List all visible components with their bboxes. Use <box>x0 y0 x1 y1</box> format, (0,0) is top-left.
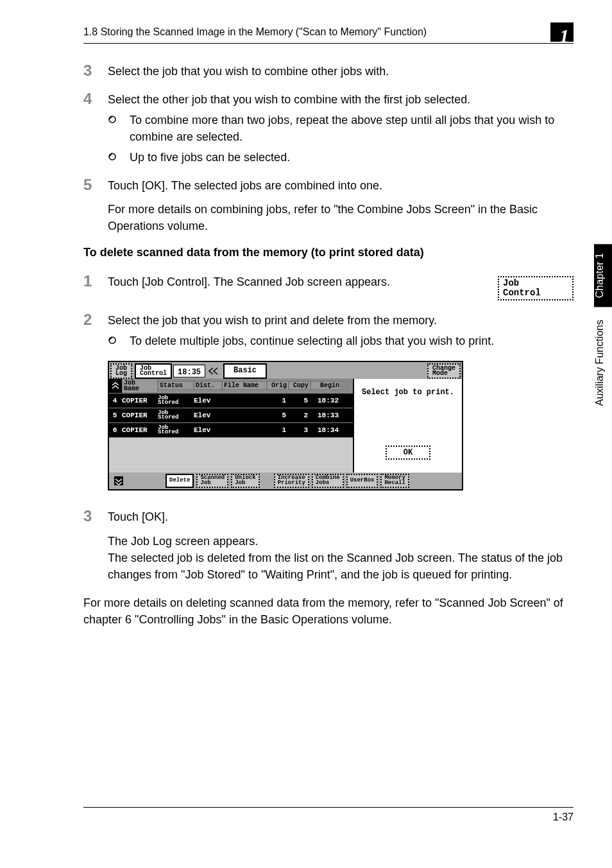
step-b2: 2 Select the job that you wish to print … <box>83 312 574 349</box>
side-message: Select job to print. <box>358 388 458 397</box>
closing-paragraph: For more details on deleting scanned dat… <box>83 595 574 628</box>
chapter-number-badge: 1 <box>550 22 574 42</box>
sub-bullet: Up to five jobs can be selected. <box>108 149 574 166</box>
scanned-job-screen-figure: Job Log Job Control 18:35 Basic Change M… <box>108 361 463 490</box>
svg-rect-4 <box>114 476 123 485</box>
combine-jobs-button[interactable]: Combine Jobs <box>312 474 344 488</box>
tab-change-mode[interactable]: Change Mode <box>427 363 461 379</box>
screen-top-tabs: Job Log Job Control 18:35 Basic Change M… <box>109 362 462 379</box>
step-text: Select the job that you wish to print an… <box>108 312 574 329</box>
step-number: 1 <box>83 273 108 300</box>
scroll-down-icon[interactable] <box>112 474 126 487</box>
step-number: 4 <box>83 91 108 166</box>
scanned-job-button[interactable]: Scanned Job <box>196 474 228 488</box>
left-arrows-icon[interactable] <box>207 365 221 378</box>
userbox-button[interactable]: UserBox <box>346 474 378 488</box>
step-c3: 3 Touch [OK]. The Job Log screen appears… <box>83 508 574 583</box>
tab-basic[interactable]: Basic <box>223 363 267 379</box>
increase-priority-button[interactable]: Increase Priority <box>274 474 309 488</box>
memory-recall-button[interactable]: Memory Recall <box>380 474 409 488</box>
side-tab-section: Auxiliary Functions <box>594 311 612 415</box>
page-footer: 1-37 <box>83 807 574 823</box>
tab-job-control[interactable]: Job Control <box>135 363 172 379</box>
bullet-icon <box>108 112 130 145</box>
step-text: Touch [OK]. The selected jobs are combin… <box>108 177 574 194</box>
svg-point-1 <box>109 116 115 123</box>
step-number: 2 <box>83 312 108 349</box>
step-4: 4 Select the other job that you wish to … <box>83 91 574 166</box>
bullet-icon <box>108 149 130 166</box>
page-header: 1.8 Storing the Scanned Image in the Mem… <box>83 22 574 44</box>
side-tab-chapter: Chapter 1 <box>594 244 612 307</box>
screen-bottom-toolbar: Delete Scanned Job Unlock Job Increase P… <box>109 473 462 489</box>
bullet-icon <box>108 333 130 349</box>
sub-bullet: To combine more than two jobs, repeat th… <box>108 112 574 145</box>
step-followup: For more details on combining jobs, refe… <box>108 201 574 234</box>
sub-bullet: To delete multiple jobs, continue select… <box>108 333 574 349</box>
step-number: 5 <box>83 177 108 234</box>
side-prompt-panel: Select job to print. OK <box>353 379 462 473</box>
step-5: 5 Touch [OK]. The selected jobs are comb… <box>83 177 574 234</box>
header-section-title: 1.8 Storing the Scanned Image in the Mem… <box>83 26 543 38</box>
svg-text:1: 1 <box>559 25 569 44</box>
section-heading: To delete scanned data from the memory (… <box>83 246 574 259</box>
page-number: 1-37 <box>553 812 574 822</box>
table-header-row: Job Name Status Dist. File Name Orig Cop… <box>109 379 353 393</box>
delete-button[interactable]: Delete <box>166 474 194 488</box>
table-row[interactable]: 5 COPIER Job Stored Elev 5 2 18:33 <box>109 408 353 422</box>
step-number: 3 <box>83 63 108 80</box>
svg-point-2 <box>109 153 115 160</box>
step-followup: The Job Log screen appears. The selected… <box>108 533 574 583</box>
step-3: 3 Select the job that you wish to combin… <box>83 63 574 80</box>
table-row[interactable]: 6 COPIER Job Stored Elev 1 3 18:34 <box>109 423 353 437</box>
svg-point-3 <box>109 337 115 343</box>
ok-button[interactable]: OK <box>386 446 430 460</box>
unlock-job-button[interactable]: Unlock Job <box>231 474 259 488</box>
step-b1: 1 Job Control Touch [Job Control]. The S… <box>83 273 574 300</box>
step-text: Touch [OK]. <box>108 508 574 525</box>
job-table: Job Name Status Dist. File Name Orig Cop… <box>109 379 353 473</box>
screen-time: 18:35 <box>173 365 205 378</box>
side-tabs: Chapter 1 Auxiliary Functions <box>594 244 612 419</box>
scroll-top-icon[interactable] <box>109 379 122 393</box>
step-number: 3 <box>83 508 108 583</box>
step-text: Select the job that you wish to combine … <box>108 63 574 80</box>
tab-job-log[interactable]: Job Log <box>110 363 132 379</box>
table-row[interactable]: 4 COPIER Job Stored Elev 1 5 18:32 <box>109 394 353 408</box>
job-control-button-figure: Job Control <box>498 276 574 300</box>
step-text: Select the other job that you wish to co… <box>108 91 574 108</box>
